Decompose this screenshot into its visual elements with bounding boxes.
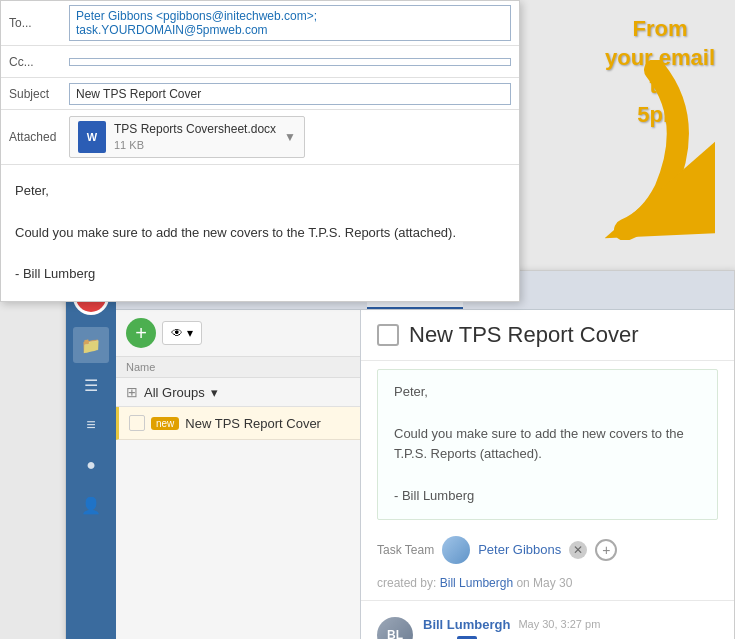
email-subject-row: Subject New TPS Report Cover: [1, 78, 519, 110]
email-attached-row: Attached W TPS Reports Coversheet.docx 1…: [1, 110, 519, 165]
two-col-layout: + 👁 ▾ Name ⊞ All Groups ▾ new New TPS Re…: [116, 310, 734, 639]
activity-entry: BL Bill Lumbergh May 30, 3:27 pm new W T…: [377, 609, 718, 639]
toolbar: + 👁 ▾: [116, 310, 360, 357]
activity-avatar: BL: [377, 617, 413, 639]
activity-section: BL Bill Lumbergh May 30, 3:27 pm new W T…: [361, 600, 734, 639]
created-on-text: on May 30: [516, 576, 572, 590]
activity-header-row: Bill Lumbergh May 30, 3:27 pm: [423, 617, 718, 632]
created-by-row: created by: Bill Lumbergh on May 30: [361, 572, 734, 600]
attachment-info: TPS Reports Coversheet.docx 11 KB: [114, 121, 276, 153]
eye-icon: 👁: [171, 326, 183, 340]
add-task-button[interactable]: +: [126, 318, 156, 348]
activity-content: Bill Lumbergh May 30, 3:27 pm new W TPS …: [423, 617, 718, 639]
view-arrow-icon: ▾: [187, 326, 193, 340]
sidebar-icon-user[interactable]: 👤: [73, 487, 109, 523]
right-column: New TPS Report Cover Peter, Could you ma…: [361, 310, 734, 639]
member-avatar: [442, 536, 470, 564]
task-detail-title: New TPS Report Cover: [409, 322, 638, 348]
task-team-row: Task Team Peter Gibbons ✕ +: [361, 528, 734, 572]
activity-person-name: Bill Lumbergh: [423, 617, 510, 632]
attached-label: Attached: [9, 130, 69, 144]
word-icon: W: [78, 121, 106, 153]
sidebar-icon-folder[interactable]: 📁: [73, 327, 109, 363]
group-header[interactable]: ⊞ All Groups ▾: [116, 378, 360, 407]
main-content: 📁 Projects ✓ My Tasks ℹ 💬 Activity Files: [116, 271, 734, 639]
left-column: + 👁 ▾ Name ⊞ All Groups ▾ new New TPS Re…: [116, 310, 361, 639]
subject-label: Subject: [9, 87, 69, 101]
to-field[interactable]: Peter Gibbons <pgibbons@initechweb.com>;…: [69, 5, 511, 41]
team-label: Task Team: [377, 543, 434, 557]
task-item[interactable]: new New TPS Report Cover: [116, 407, 360, 440]
attachment-name: TPS Reports Coversheet.docx: [114, 121, 276, 138]
created-label: created by:: [377, 576, 436, 590]
desc-main: Could you make sure to add the new cover…: [394, 424, 701, 466]
task-checkbox[interactable]: [129, 415, 145, 431]
activity-time: May 30, 3:27 pm: [518, 618, 600, 630]
task-name-label: New TPS Report Cover: [185, 416, 321, 431]
task-description: Peter, Could you make sure to add the ne…: [377, 369, 718, 520]
desc-greeting: Peter,: [394, 382, 701, 403]
remove-member-button[interactable]: ✕: [569, 541, 587, 559]
arrow-svg: [495, 60, 715, 240]
task-detail-header: New TPS Report Cover: [361, 310, 734, 361]
group-arrow-icon: ▾: [211, 385, 218, 400]
email-signature: - Bill Lumberg: [15, 264, 505, 285]
column-header: Name: [116, 357, 360, 378]
email-greeting: Peter,: [15, 181, 505, 202]
email-main-text: Could you make sure to add the new cover…: [15, 223, 505, 244]
task-detail-checkbox[interactable]: [377, 324, 399, 346]
app-panel: n 📁 ☰ ≡ ● 👤 📁 Projects ✓ My Tasks ℹ 💬 Ac…: [65, 270, 735, 639]
annotation-arrow: From your email to 5pm: [525, 10, 725, 210]
add-member-button[interactable]: +: [595, 539, 617, 561]
view-button[interactable]: 👁 ▾: [162, 321, 202, 345]
sidebar-icon-list[interactable]: ≡: [73, 407, 109, 443]
sidebar-icon-chart[interactable]: ●: [73, 447, 109, 483]
member-name: Peter Gibbons: [478, 542, 561, 557]
attachment-dropdown-icon[interactable]: ▼: [284, 130, 296, 144]
to-label: To...: [9, 16, 69, 30]
created-by-name[interactable]: Bill Lumbergh: [440, 576, 513, 590]
avatar-image: [442, 536, 470, 564]
sidebar-icon-menu[interactable]: ☰: [73, 367, 109, 403]
email-panel: To... Peter Gibbons <pgibbons@initechweb…: [0, 0, 520, 302]
attachment-size: 11 KB: [114, 138, 276, 153]
cc-label: Cc...: [9, 55, 69, 69]
email-body: Peter, Could you make sure to add the ne…: [1, 165, 519, 301]
attachment-box[interactable]: W TPS Reports Coversheet.docx 11 KB ▼: [69, 116, 305, 158]
group-name: All Groups: [144, 385, 205, 400]
email-cc-row: Cc...: [1, 46, 519, 78]
cc-field[interactable]: [69, 58, 511, 66]
sidebar: n 📁 ☰ ≡ ● 👤: [66, 271, 116, 639]
desc-sign: - Bill Lumberg: [394, 486, 701, 507]
task-badge: new: [151, 417, 179, 430]
group-folder-icon: ⊞: [126, 384, 138, 400]
email-to-row: To... Peter Gibbons <pgibbons@initechweb…: [1, 1, 519, 46]
subject-field[interactable]: New TPS Report Cover: [69, 83, 511, 105]
